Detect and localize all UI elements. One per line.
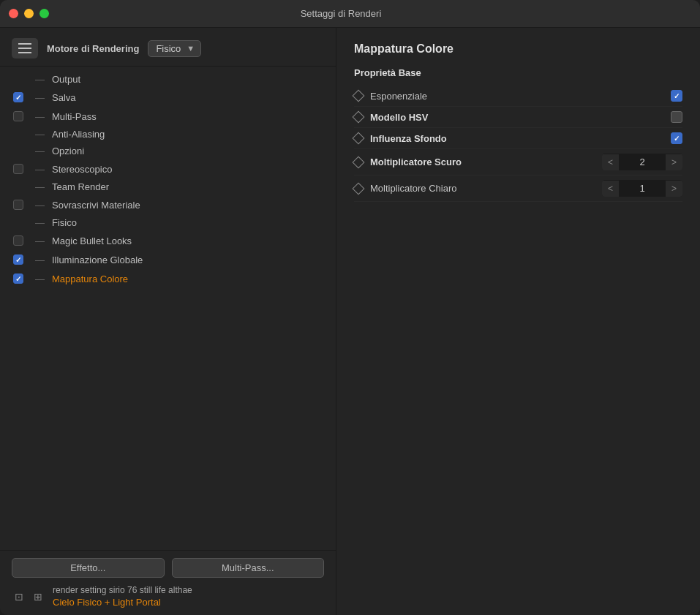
dash-icon: — xyxy=(35,129,45,140)
nav-item-fisico[interactable]: — Fisico xyxy=(0,214,336,231)
nav-item-sovrascrivi-materiale[interactable]: — Sovrascrivi Materiale xyxy=(0,195,336,214)
diamond-icon xyxy=(353,182,365,195)
sidebar-header: Motore di Rendering Fisico ▼ xyxy=(0,28,336,67)
chevron-down-icon: ▼ xyxy=(187,44,195,53)
render-settings-window: Settaggi di Renderi Motore di Rendering … xyxy=(0,0,700,615)
footer-bottom: ⊡ ⊞ render setting sirio 76 still life a… xyxy=(12,582,324,608)
nav-label: Team Render xyxy=(52,181,109,192)
nav-list: — Output — Salva — Multi-P xyxy=(0,67,336,550)
property-label: Esponenziale xyxy=(370,91,663,102)
dash-icon: — xyxy=(35,200,45,211)
magic-bullet-checkbox[interactable] xyxy=(13,235,23,246)
property-row-moltiplicatore-chiaro: Moltiplicatore Chiaro < 1 > xyxy=(354,176,682,202)
multi-pass-button[interactable]: Multi-Pass... xyxy=(172,558,325,578)
nav-item-opzioni[interactable]: — Opzioni xyxy=(0,143,336,159)
sidebar: Motore di Rendering Fisico ▼ — Output xyxy=(0,28,336,615)
diamond-icon xyxy=(353,111,365,124)
dash-icon: — xyxy=(35,235,45,246)
dash-icon: — xyxy=(35,164,45,175)
nav-item-illuminazione-globale[interactable]: — Illuminazione Globale xyxy=(0,250,336,269)
increment-button[interactable]: > xyxy=(666,181,682,197)
footer-buttons: Effetto... Multi-Pass... xyxy=(12,558,324,578)
illuminazione-checkbox[interactable] xyxy=(13,254,23,265)
nav-item-anti-aliasing[interactable]: — Anti-Aliasing xyxy=(0,126,336,143)
titlebar: Settaggi di Renderi xyxy=(0,0,700,28)
property-row-moltiplicatore-scuro: Moltiplicatore Scuro < 2 > xyxy=(354,149,682,176)
nav-item-salva[interactable]: — Salva xyxy=(0,88,336,107)
nav-label: Stereoscopico xyxy=(52,164,112,175)
esponenziale-checkbox[interactable] xyxy=(671,90,682,102)
property-label: Modello HSV xyxy=(370,112,663,123)
nav-item-output[interactable]: — Output xyxy=(0,71,336,88)
nav-item-stereoscopico[interactable]: — Stereoscopico xyxy=(0,159,336,178)
checkbox-area xyxy=(12,198,25,211)
section-title: Proprietà Base xyxy=(354,67,682,78)
nav-label: Sovrascrivi Materiale xyxy=(52,200,140,211)
nav-item-team-render[interactable]: — Team Render xyxy=(0,178,336,195)
multi-pass-checkbox[interactable] xyxy=(13,111,23,121)
nav-item-multi-pass[interactable]: — Multi-Pass xyxy=(0,107,336,126)
checkbox-area xyxy=(12,272,25,285)
render-name: Cielo Fisico + Light Portal xyxy=(53,597,324,608)
collapse-icon[interactable]: ⊞ xyxy=(31,589,45,604)
nav-label: Magic Bullet Looks xyxy=(52,235,132,246)
sidebar-footer: Effetto... Multi-Pass... ⊡ ⊞ render sett… xyxy=(0,550,336,615)
dash-icon: — xyxy=(35,273,45,284)
property-label: Moltiplicatore Chiaro xyxy=(370,183,595,194)
checkbox-area xyxy=(12,234,25,247)
traffic-lights xyxy=(9,9,49,18)
nav-item-mappatura-colore[interactable]: — Mappatura Colore xyxy=(0,269,336,288)
sovrascrivi-checkbox[interactable] xyxy=(13,200,23,210)
render-path: render setting sirio 76 still life altha… xyxy=(53,585,324,595)
diamond-icon xyxy=(353,156,365,168)
footer-icons: ⊡ ⊞ xyxy=(12,589,45,604)
mappatura-checkbox[interactable] xyxy=(13,273,23,284)
property-row-influenza-sfondo: Influenza Sfondo xyxy=(354,128,682,149)
property-label: Moltiplicatore Scuro xyxy=(370,156,595,167)
expand-icon[interactable]: ⊡ xyxy=(12,589,26,604)
hamburger-button[interactable] xyxy=(12,38,38,59)
moltiplicatore-chiaro-value: 1 xyxy=(619,180,666,197)
diamond-icon xyxy=(353,132,365,145)
nav-label: Salva xyxy=(52,92,76,103)
stereoscopico-checkbox[interactable] xyxy=(13,164,23,174)
nav-label: Illuminazione Globale xyxy=(52,254,143,265)
dash-icon: — xyxy=(35,181,45,192)
property-label: Influenza Sfondo xyxy=(370,133,663,144)
decrement-button[interactable]: < xyxy=(602,154,619,170)
nav-label: Opzioni xyxy=(52,146,84,156)
dash-icon: — xyxy=(35,217,45,228)
dash-icon: — xyxy=(35,92,45,103)
dash-icon: — xyxy=(35,74,45,85)
moltiplicatore-chiaro-control: < 1 > xyxy=(602,180,682,197)
rendering-engine-dropdown[interactable]: Fisico ▼ xyxy=(148,40,201,57)
influenza-sfondo-checkbox[interactable] xyxy=(671,132,682,144)
close-button[interactable] xyxy=(9,9,18,18)
nav-item-magic-bullet-looks[interactable]: — Magic Bullet Looks xyxy=(0,231,336,250)
dash-icon: — xyxy=(35,111,45,122)
nav-label: Mappatura Colore xyxy=(52,273,128,284)
nav-label: Multi-Pass xyxy=(52,111,97,122)
minimize-button[interactable] xyxy=(24,9,34,18)
diamond-icon xyxy=(353,90,365,102)
salva-checkbox[interactable] xyxy=(13,92,23,102)
checkbox-area xyxy=(12,162,25,176)
modello-hsv-checkbox[interactable] xyxy=(671,111,682,123)
checkbox-area xyxy=(12,110,25,123)
maximize-button[interactable] xyxy=(39,9,49,18)
effect-button[interactable]: Effetto... xyxy=(12,558,165,578)
nav-label: Anti-Aliasing xyxy=(52,129,105,140)
dropdown-value: Fisico xyxy=(156,43,181,54)
moltiplicatore-scuro-control: < 2 > xyxy=(602,154,682,170)
checkbox-area xyxy=(12,91,25,104)
dash-icon: — xyxy=(35,254,45,265)
nav-label: Fisico xyxy=(52,217,77,228)
checkbox-area xyxy=(12,253,25,266)
rendering-engine-label: Motore di Rendering xyxy=(47,43,139,54)
increment-button[interactable]: > xyxy=(666,154,682,170)
decrement-button[interactable]: < xyxy=(602,181,619,197)
property-row-esponenziale: Esponenziale xyxy=(354,86,682,107)
nav-label: Output xyxy=(52,74,80,85)
right-panel: Mappatura Colore Proprietà Base Esponenz… xyxy=(336,28,700,615)
moltiplicatore-scuro-value: 2 xyxy=(619,154,666,170)
